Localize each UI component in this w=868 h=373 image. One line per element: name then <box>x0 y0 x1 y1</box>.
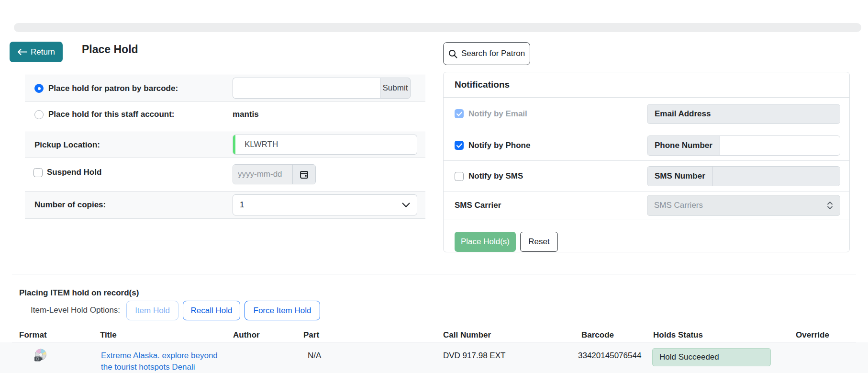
notify-sms-label: Notify by SMS <box>468 171 523 181</box>
patron-barcode-input[interactable] <box>233 78 380 99</box>
patron-barcode-group: Submit <box>233 78 411 99</box>
table-row: Extreme Alaska. explore beyond the touri… <box>0 342 868 373</box>
staff-account-value: mantis <box>233 110 259 119</box>
col-header-format: Format <box>19 330 47 340</box>
phone-number-input[interactable] <box>720 136 840 155</box>
staff-account-row: Place hold for this staff account: <box>25 102 425 127</box>
notifications-panel: Notifications Notify by Email Email Addr… <box>443 72 850 252</box>
suspend-hold-row: Suspend Hold <box>25 159 425 186</box>
reset-button[interactable]: Reset <box>520 232 558 252</box>
search-for-patron-label: Search for Patron <box>461 49 525 58</box>
notify-email-checkbox <box>455 109 464 118</box>
copies-label: Number of copies: <box>34 200 106 210</box>
sms-carrier-select: SMS Carriers <box>647 195 840 216</box>
search-for-patron-button[interactable]: Search for Patron <box>443 42 530 65</box>
sms-number-input <box>713 167 840 186</box>
calendar-icon <box>300 170 308 179</box>
arrow-left-icon <box>17 48 28 56</box>
col-header-part: Part <box>303 330 319 340</box>
barcode-cell: 33420145076544 <box>578 351 641 361</box>
select-spinner-icon <box>827 201 833 210</box>
force-item-hold-button[interactable]: Force Item Hold <box>245 301 320 320</box>
pickup-location-label: Pickup Location: <box>34 140 100 150</box>
staff-account-radio[interactable] <box>34 110 44 119</box>
page-title: Place Hold <box>82 43 138 56</box>
patron-barcode-label: Place hold for patron by barcode: <box>48 84 178 93</box>
col-header-barcode: Barcode <box>581 330 614 340</box>
suspend-hold-checkbox[interactable] <box>33 168 43 177</box>
search-icon <box>448 49 457 58</box>
record-title-link[interactable]: Extreme Alaska. explore beyond the touri… <box>101 350 226 373</box>
calendar-button[interactable] <box>292 165 315 184</box>
email-address-group: Email Address <box>647 104 840 124</box>
col-header-override: Override <box>796 330 829 340</box>
pickup-location-input[interactable]: KLWRTH <box>233 135 417 155</box>
section-divider <box>12 274 856 274</box>
notifications-footer: Place Hold(s) Reset <box>444 219 849 253</box>
call-number-cell: DVD 917.98 EXT <box>443 351 505 361</box>
sms-carrier-placeholder: SMS Carriers <box>654 201 703 210</box>
notify-email-row: Notify by Email Email Address <box>444 98 849 130</box>
part-cell: N/A <box>308 351 321 361</box>
col-header-holds-status: Holds Status <box>653 330 703 340</box>
dvd-format-icon <box>33 348 48 366</box>
email-address-field-label: Email Address <box>647 104 718 124</box>
place-hold-screen: Return Place Hold Place hold for patron … <box>0 0 868 373</box>
staff-account-label: Place hold for this staff account: <box>48 110 175 119</box>
submit-button[interactable]: Submit <box>380 78 411 99</box>
notify-phone-row: Notify by Phone Phone Number <box>444 130 849 161</box>
sms-number-field-label: SMS Number <box>647 167 713 186</box>
notifications-title: Notifications <box>444 72 849 98</box>
copies-value: 1 <box>240 200 244 210</box>
item-hold-button[interactable]: Item Hold <box>126 301 178 320</box>
chevron-down-icon <box>402 203 410 208</box>
holds-status-badge: Hold Succeeded <box>652 348 771 366</box>
email-address-input <box>718 104 840 124</box>
suspend-date-input[interactable] <box>233 165 292 184</box>
col-header-author: Author <box>233 330 260 340</box>
notify-phone-label: Notify by Phone <box>468 141 530 150</box>
col-header-title: Title <box>100 330 117 340</box>
notify-sms-row: Notify by SMS SMS Number <box>444 161 849 192</box>
notify-email-label: Notify by Email <box>468 109 527 119</box>
place-holds-button[interactable]: Place Hold(s) <box>455 232 516 252</box>
pickup-location-value: KLWRTH <box>245 140 278 149</box>
item-level-options-label: Item-Level Hold Options: <box>31 305 120 315</box>
valid-indicator-bar <box>233 135 235 154</box>
notify-sms-checkbox[interactable] <box>455 172 464 181</box>
phone-number-group: Phone Number <box>647 136 840 156</box>
sms-carrier-row: SMS Carrier SMS Carriers <box>444 192 849 219</box>
phone-number-field-label: Phone Number <box>647 136 720 155</box>
sms-carrier-label: SMS Carrier <box>455 201 501 210</box>
patron-barcode-radio[interactable] <box>34 84 44 93</box>
record-section-heading: Placing ITEM hold on record(s) <box>19 288 139 298</box>
return-button[interactable]: Return <box>10 42 63 62</box>
suspend-hold-label: Suspend Hold <box>47 168 101 177</box>
copies-select[interactable]: 1 <box>233 194 417 215</box>
sms-number-group: SMS Number <box>647 166 840 186</box>
recall-hold-button[interactable]: Recall Hold <box>183 301 240 320</box>
top-header-strip <box>14 23 861 32</box>
suspend-date-group <box>233 164 316 184</box>
col-header-call-number: Call Number <box>443 330 491 340</box>
return-label: Return <box>31 47 55 57</box>
notify-phone-checkbox[interactable] <box>455 141 464 150</box>
